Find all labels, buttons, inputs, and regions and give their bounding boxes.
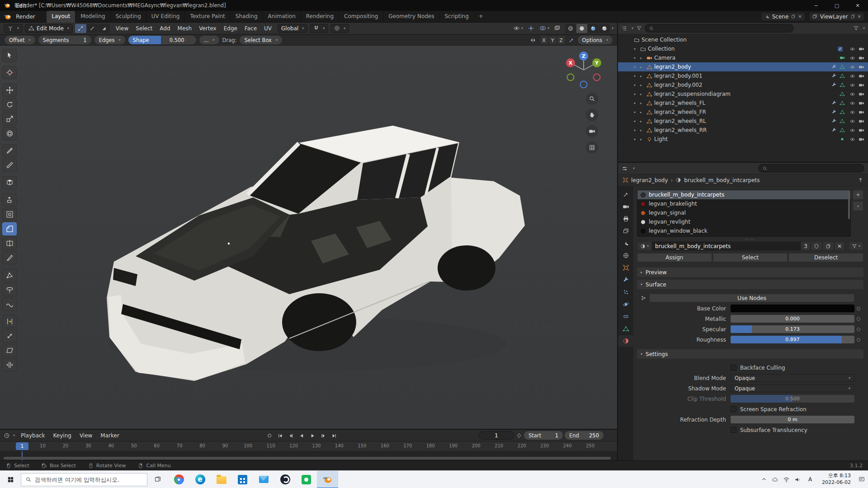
mirror-icon[interactable] (530, 37, 536, 43)
modifier-icon[interactable] (831, 82, 837, 88)
properties-tab-material[interactable] (618, 335, 633, 347)
outliner-row[interactable]: •▸legran2_body.001 (618, 71, 868, 80)
network-icon[interactable] (783, 476, 790, 483)
face-select-mode[interactable] (99, 24, 110, 33)
disable-render-icon[interactable] (859, 64, 864, 70)
properties-tab-object[interactable] (619, 262, 632, 273)
mesh-data-icon[interactable] (840, 91, 845, 97)
edge-select-mode[interactable] (87, 24, 98, 33)
disable-render-icon[interactable] (859, 46, 864, 52)
proportional-editing-toggle[interactable]: ▾ (330, 24, 349, 33)
mesh-data-icon[interactable] (840, 73, 845, 79)
start-button[interactable] (0, 471, 21, 488)
tool-edge-slide[interactable] (2, 315, 17, 328)
viewport-menu-add[interactable]: Add (156, 23, 174, 34)
modifier-icon[interactable] (831, 127, 837, 133)
mesh-data-icon[interactable] (840, 127, 845, 133)
current-frame-field[interactable]: 1 (479, 431, 514, 440)
navigation-gizmo[interactable]: Z Y X (563, 49, 604, 91)
filter-dropdown-icon[interactable] (853, 25, 859, 31)
outliner-item-label[interactable]: legran2_wheels_FL (654, 100, 829, 106)
tool-annotate[interactable] (2, 144, 17, 157)
action-center-icon[interactable] (858, 476, 865, 483)
properties-tab-tool[interactable] (619, 189, 632, 200)
breadcrumb-material[interactable]: bruckell_m_body_intcarpets (684, 177, 760, 183)
hide-eye-icon[interactable] (849, 127, 855, 133)
surface-panel-header[interactable]: ▾Surface (637, 280, 863, 289)
volume-icon[interactable] (794, 476, 801, 483)
mesh-data-icon[interactable] (840, 118, 845, 124)
tool-cursor[interactable] (2, 66, 17, 79)
disclosure-triangle[interactable]: ▸ (638, 128, 644, 132)
show-gizmo-toggle[interactable] (526, 24, 537, 33)
tool-add-cube[interactable] (2, 176, 17, 189)
deselect-button[interactable]: Deselect (788, 253, 863, 262)
3d-viewport[interactable]: Z Y X (0, 46, 617, 429)
outliner-search-field[interactable] (645, 24, 794, 33)
hide-eye-icon[interactable] (849, 64, 855, 70)
taskbar-app-edge[interactable]: e (189, 471, 211, 488)
tool-bevel[interactable] (2, 222, 17, 235)
roughness-slider[interactable]: 0.897 (731, 336, 854, 343)
axis-y-neg-handle[interactable] (567, 74, 574, 81)
taskbar-app-blender[interactable] (317, 471, 338, 488)
task-view-button[interactable] (147, 471, 168, 488)
object-visibility-dropdown[interactable]: ▾ (513, 24, 524, 33)
vertex-select-mode[interactable] (75, 24, 86, 33)
properties-tab-scene[interactable] (619, 238, 632, 249)
animate-decorator[interactable] (854, 328, 863, 331)
outliner-item-label[interactable]: Light (654, 136, 837, 142)
tool-loop-cut[interactable] (2, 237, 17, 250)
properties-editor-icon[interactable] (622, 165, 628, 172)
workspace-tab-animation[interactable]: Animation (263, 11, 301, 23)
subsurface-translucency-checkbox[interactable]: Subsurface Translucency (731, 427, 863, 433)
editor-type-button[interactable]: ▾ (4, 24, 23, 33)
mesh-data-icon[interactable] (840, 100, 845, 106)
new-material-button[interactable] (822, 241, 834, 251)
viewport-menu-mesh[interactable]: Mesh (174, 23, 196, 34)
mirror-axis-y[interactable]: Y (549, 36, 557, 44)
modifier-icon[interactable] (831, 100, 837, 106)
axis-x-neg-handle[interactable] (594, 74, 600, 81)
viewport-menu-view[interactable]: View (112, 23, 132, 34)
fake-user-button[interactable] (811, 241, 822, 251)
taskbar-app-file-explorer[interactable] (211, 471, 232, 488)
active-tool-icon[interactable] (568, 37, 575, 43)
outliner-editor-icon[interactable] (621, 25, 627, 32)
timeline-scrollbar[interactable] (4, 457, 611, 460)
disable-render-icon[interactable] (859, 127, 864, 133)
animate-decorator[interactable] (854, 307, 863, 310)
jump-to-end-button[interactable] (330, 432, 339, 440)
outliner-row[interactable]: •▸legran2_body.002 (618, 80, 868, 89)
viewport-menu-face[interactable]: Face (241, 23, 260, 34)
slot-scrollbar[interactable] (848, 191, 850, 219)
offset-type-dropdown[interactable]: Offset▾ (5, 36, 35, 44)
workspace-tab-texture-paint[interactable]: Texture Paint (185, 11, 230, 23)
animate-decorator[interactable] (854, 317, 863, 321)
perspective-toggle-button[interactable] (586, 141, 598, 154)
outliner-item-label[interactable]: legran2_suspensiondiagram (654, 91, 837, 97)
workspace-tab-modeling[interactable]: Modeling (75, 11, 111, 23)
tool-knife[interactable] (2, 251, 17, 264)
timeline-editor-icon[interactable] (4, 432, 10, 439)
shading-rendered-button[interactable] (599, 24, 610, 33)
play-button[interactable] (308, 432, 317, 440)
mirror-axis-z[interactable]: Z (557, 36, 565, 44)
auto-keying-button[interactable] (264, 432, 274, 440)
material-slot-name[interactable]: legvan_signal (649, 210, 686, 216)
taskbar-app-store[interactable] (232, 471, 253, 488)
outliner-row[interactable]: •▸legran2_body (618, 62, 868, 71)
hide-eye-icon[interactable] (849, 55, 855, 61)
hide-eye-icon[interactable] (849, 46, 855, 52)
tool-select-box[interactable] (2, 49, 17, 62)
disclosure-triangle[interactable]: ▸ (638, 110, 644, 114)
more-options-dropdown[interactable]: ...▾ (199, 36, 219, 44)
material-filter-button[interactable]: ▾ (849, 241, 863, 251)
hide-eye-icon[interactable] (849, 100, 855, 106)
screen-space-refraction-checkbox[interactable]: Screen Space Refraction (731, 406, 863, 413)
base-color-swatch[interactable] (731, 305, 854, 312)
viewport-menu-vertex[interactable]: Vertex (195, 23, 220, 34)
viewlayer-selector[interactable]: ViewLayer ✕ (809, 12, 864, 21)
material-slot-name[interactable]: legvan_brakelight (649, 201, 697, 207)
blend-mode-dropdown[interactable]: Opaque▾ (731, 374, 854, 382)
